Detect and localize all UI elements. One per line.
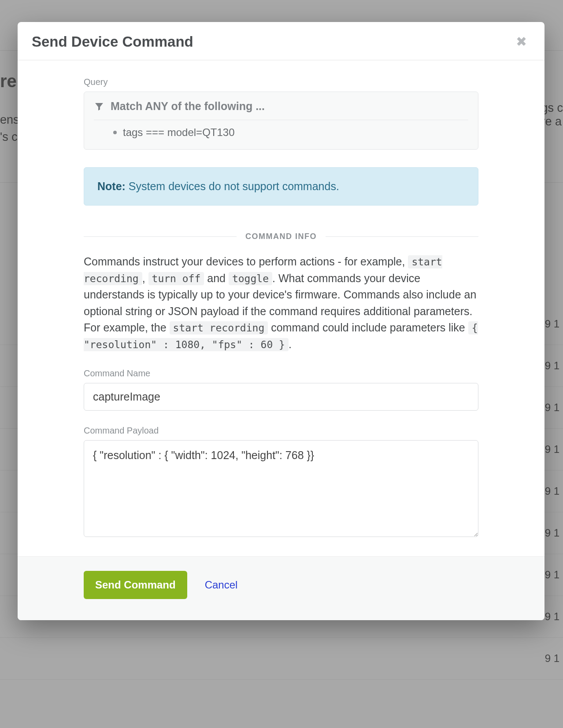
note-box: Note: System devices do not support comm…	[84, 167, 478, 206]
query-box: Match ANY of the following ... tags === …	[84, 92, 478, 150]
cancel-button[interactable]: Cancel	[205, 579, 238, 591]
query-label: Query	[84, 77, 478, 87]
command-info-divider: COMMAND INFO	[84, 232, 478, 241]
section-label: COMMAND INFO	[245, 232, 317, 241]
bullet-icon	[113, 131, 117, 134]
close-button[interactable]: ✖	[512, 33, 530, 50]
send-command-modal: Send Device Command ✖ Query Match ANY of…	[18, 22, 544, 620]
command-name-label: Command Name	[84, 368, 478, 379]
query-heading-text: Match ANY of the following ...	[111, 100, 265, 113]
command-info-text: Commands instruct your devices to perfor…	[84, 254, 478, 353]
command-name-input[interactable]	[84, 383, 478, 411]
filter-icon	[94, 101, 104, 112]
modal-header: Send Device Command ✖	[18, 22, 544, 60]
modal-footer: Send Command Cancel	[18, 556, 544, 620]
query-item: tags === model=QT130	[94, 120, 468, 139]
close-icon: ✖	[516, 34, 527, 49]
note-prefix: Note:	[97, 180, 126, 192]
modal-body: Query Match ANY of the following ... tag…	[18, 60, 544, 556]
note-text: System devices do not support commands.	[129, 180, 339, 192]
divider-line	[326, 236, 478, 237]
divider-line	[84, 236, 237, 237]
modal-title: Send Device Command	[32, 33, 193, 50]
query-item-text: tags === model=QT130	[123, 126, 235, 139]
send-command-button[interactable]: Send Command	[84, 571, 187, 599]
command-payload-label: Command Payload	[84, 426, 478, 436]
query-heading-row: Match ANY of the following ...	[94, 100, 468, 120]
command-payload-input[interactable]: { "resolution" : { "width": 1024, "heigh…	[84, 440, 478, 537]
